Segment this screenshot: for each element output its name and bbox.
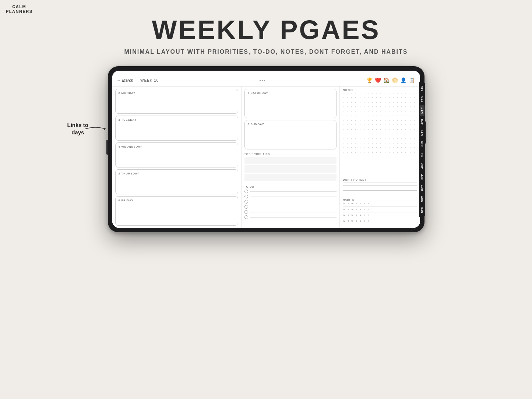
clipboard-icon[interactable]: 📋 bbox=[409, 77, 415, 83]
menu-dots[interactable] bbox=[260, 80, 265, 81]
note-dot bbox=[414, 120, 415, 121]
priority-item-1[interactable] bbox=[244, 157, 337, 164]
note-dot bbox=[368, 111, 369, 112]
note-dot bbox=[380, 129, 381, 130]
day-thursday[interactable]: 5 THURSDAY bbox=[115, 169, 238, 194]
df-line-2 bbox=[343, 185, 417, 186]
tab-jul[interactable]: JUL bbox=[420, 150, 424, 160]
note-dot bbox=[385, 152, 385, 153]
note-dot bbox=[364, 111, 364, 112]
note-dot bbox=[351, 124, 352, 125]
note-dot bbox=[389, 129, 390, 130]
page-nav: ~ ~ ~ bbox=[112, 71, 420, 74]
note-dot bbox=[376, 143, 377, 144]
note-dot bbox=[393, 106, 394, 107]
note-dot bbox=[343, 93, 343, 93]
day-sunday[interactable]: 8 SUNDAY bbox=[244, 120, 337, 149]
todo-item-3[interactable] bbox=[244, 200, 337, 204]
day-saturday[interactable]: 7 SATURDAY bbox=[244, 89, 337, 118]
habit-row-3: M T W T F S S bbox=[343, 214, 417, 218]
note-dot bbox=[405, 116, 406, 116]
tab-nov[interactable]: NOV bbox=[420, 194, 424, 204]
heart-icon[interactable]: ❤️ bbox=[375, 77, 381, 83]
note-dot bbox=[364, 129, 364, 130]
note-dot bbox=[410, 147, 411, 148]
note-dot bbox=[401, 97, 402, 98]
note-dot bbox=[389, 106, 390, 107]
note-dot bbox=[372, 97, 373, 98]
tab-jun[interactable]: JUN bbox=[420, 139, 424, 149]
note-dot bbox=[410, 152, 411, 153]
note-dot bbox=[397, 147, 398, 148]
note-dot bbox=[355, 147, 356, 148]
note-dot bbox=[397, 102, 398, 103]
note-dot bbox=[343, 116, 343, 116]
note-dot bbox=[368, 147, 369, 148]
day-tuesday[interactable]: 3 TUESDAY bbox=[115, 116, 238, 141]
note-dot bbox=[372, 116, 373, 116]
habit3-day-S2: S bbox=[367, 214, 370, 216]
todo-item-4[interactable] bbox=[244, 205, 337, 209]
house-icon[interactable]: 🏠 bbox=[383, 77, 390, 83]
note-dot bbox=[397, 106, 398, 107]
note-dot bbox=[368, 93, 369, 93]
note-dot bbox=[405, 97, 406, 98]
habit4-day-M: M bbox=[343, 220, 346, 222]
priority-item-3[interactable] bbox=[244, 174, 337, 181]
note-dot bbox=[351, 97, 352, 98]
tab-feb[interactable]: FEB bbox=[420, 94, 424, 104]
note-dot bbox=[372, 106, 373, 107]
note-dot bbox=[414, 106, 415, 107]
note-dot bbox=[368, 143, 369, 144]
note-dot bbox=[414, 129, 415, 130]
tab-may[interactable]: MAY bbox=[420, 128, 424, 138]
trophy-icon[interactable]: 🏆 bbox=[366, 77, 373, 83]
habit4-day-T2: T bbox=[355, 220, 358, 222]
month-tabs[interactable]: JAN FEB MAR APR MAY JUN JUL AUG SEP OCT … bbox=[419, 82, 425, 217]
person-icon[interactable]: 👤 bbox=[400, 77, 406, 83]
tab-sep[interactable]: SEP bbox=[420, 172, 424, 182]
day-monday[interactable]: 2 MONDAY bbox=[115, 89, 238, 114]
habit2-day-M: M bbox=[343, 208, 346, 211]
note-dot bbox=[351, 138, 352, 139]
note-dot bbox=[380, 147, 381, 148]
todo-item-6[interactable] bbox=[244, 215, 337, 219]
note-dot bbox=[364, 143, 364, 144]
note-dot bbox=[385, 134, 385, 134]
day-friday[interactable]: 6 FRIDAY bbox=[115, 196, 238, 226]
moon-icon[interactable]: 🌕 bbox=[392, 77, 398, 83]
note-dot bbox=[414, 147, 415, 148]
note-dot bbox=[385, 116, 385, 116]
note-dot bbox=[376, 97, 377, 98]
priorities-label: TOP PRIORITIES bbox=[244, 153, 337, 155]
note-dot bbox=[389, 116, 390, 116]
tab-mar[interactable]: MAR bbox=[420, 105, 424, 116]
todo-item-5[interactable] bbox=[244, 210, 337, 214]
note-dot bbox=[405, 138, 406, 139]
todo-item-1[interactable] bbox=[244, 190, 337, 193]
note-dot bbox=[351, 134, 352, 134]
todo-item-2[interactable] bbox=[244, 195, 337, 198]
tab-aug[interactable]: AUG bbox=[420, 160, 424, 171]
note-dot bbox=[343, 129, 343, 130]
tab-dec[interactable]: DEC bbox=[420, 205, 424, 215]
todo-line-5 bbox=[250, 212, 337, 212]
note-dot bbox=[372, 120, 373, 121]
tablet-left-button bbox=[106, 140, 108, 155]
df-line-1 bbox=[343, 183, 417, 183]
tab-oct[interactable]: OCT bbox=[420, 183, 424, 193]
todo-line-2 bbox=[250, 197, 337, 197]
priority-item-2[interactable] bbox=[244, 165, 337, 173]
tab-apr[interactable]: APR bbox=[420, 116, 424, 127]
note-dot bbox=[393, 124, 394, 125]
note-dot bbox=[347, 97, 348, 98]
note-dot bbox=[376, 147, 377, 148]
note-dot bbox=[405, 129, 406, 130]
note-dot bbox=[410, 93, 411, 93]
tab-jan[interactable]: JAN bbox=[420, 83, 424, 93]
note-dot bbox=[372, 129, 373, 130]
note-dot bbox=[343, 97, 343, 98]
note-dot bbox=[410, 97, 411, 98]
day-wednesday[interactable]: 4 WEDNESDAY bbox=[115, 142, 238, 167]
habit4-day-W: W bbox=[351, 220, 354, 222]
